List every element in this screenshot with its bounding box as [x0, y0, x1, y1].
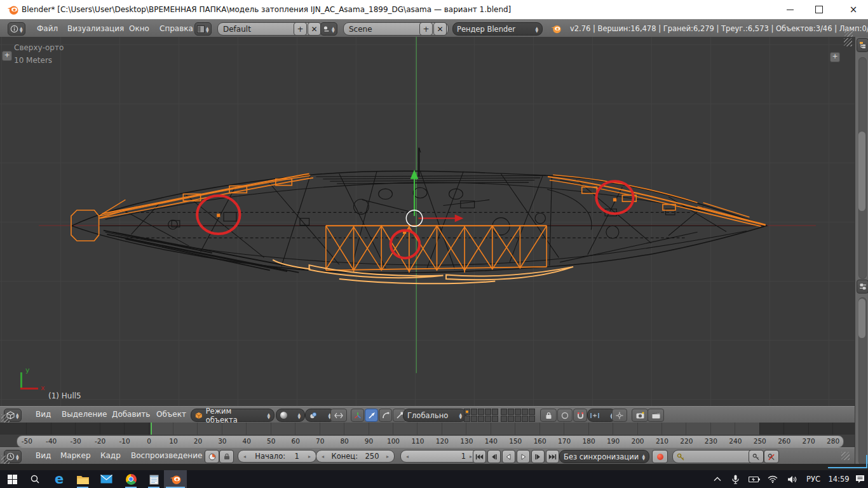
- layer-toggle[interactable]: [501, 416, 507, 422]
- next-keyframe-button[interactable]: [531, 450, 545, 463]
- jump-to-start-button[interactable]: [473, 450, 486, 463]
- translate-manipulator-button[interactable]: [365, 409, 378, 422]
- keying-set-field[interactable]: [672, 450, 756, 463]
- delete-keyframe-button[interactable]: [764, 450, 779, 463]
- taskbar-search-button[interactable]: [25, 470, 44, 488]
- layer-toggle[interactable]: [501, 409, 507, 415]
- properties-expand-button[interactable]: +: [830, 52, 840, 62]
- snap-toggle-button[interactable]: [573, 409, 587, 422]
- screen-layout-field[interactable]: Default + ✕: [217, 22, 323, 36]
- jump-to-end-button[interactable]: [546, 450, 559, 463]
- layer-toggle[interactable]: [522, 416, 528, 422]
- close-button[interactable]: ×: [839, 0, 868, 19]
- layer-toggle[interactable]: [508, 416, 514, 422]
- tray-microphone-button[interactable]: [727, 470, 743, 488]
- play-reverse-button[interactable]: [502, 450, 515, 463]
- outliner-scrollbar-thumb[interactable]: [858, 132, 865, 211]
- layer-toggle[interactable]: [492, 409, 498, 415]
- tray-expand-button[interactable]: [709, 470, 726, 488]
- tray-wifi-button[interactable]: [764, 470, 782, 488]
- layer-toggle[interactable]: [485, 416, 491, 422]
- menu-file[interactable]: Файл: [37, 24, 58, 33]
- tray-language-button[interactable]: РУС: [802, 470, 825, 488]
- mode-dropdown[interactable]: Режим объекта ▲▼: [191, 409, 275, 422]
- viewport-header-grip[interactable]: [1, 414, 10, 423]
- screen-layout-icon-button[interactable]: ▲▼: [194, 22, 212, 36]
- properties-editor-icon[interactable]: [857, 280, 868, 294]
- toolshelf-expand-button[interactable]: +: [2, 51, 12, 61]
- render-animation-button[interactable]: [648, 409, 664, 422]
- snap-target-button[interactable]: [612, 409, 627, 422]
- current-frame-field[interactable]: ◂ 1 ▸: [400, 450, 478, 463]
- menu-tl-frame[interactable]: Кадр: [100, 451, 121, 460]
- render-still-button[interactable]: [632, 409, 648, 422]
- transform-orientation-dropdown[interactable]: Глобально ▲▼: [403, 409, 466, 422]
- rotate-manipulator-button[interactable]: [379, 409, 392, 422]
- current-frame-cursor[interactable]: [151, 423, 152, 435]
- outliner-editor-icon[interactable]: [857, 38, 868, 52]
- delete-layout-button[interactable]: ✕: [308, 22, 321, 36]
- manipulator-toggle-button[interactable]: [330, 409, 347, 422]
- timeline-ruler-ticks[interactable]: -50-40-30-20-100102030405060708090100110…: [17, 435, 844, 448]
- layers-group-2[interactable]: [501, 409, 535, 422]
- tray-clock[interactable]: 14:59: [825, 470, 853, 488]
- taskbar-edge-button[interactable]: e: [50, 470, 69, 488]
- add-layout-button[interactable]: +: [294, 22, 307, 36]
- frame-end-field[interactable]: ◂ Конец: 250 ▸: [316, 450, 395, 463]
- manipulator-x-arrow[interactable]: [455, 215, 464, 222]
- manipulator-axes-button[interactable]: [351, 409, 364, 422]
- increment-arrow-icon[interactable]: ▸: [470, 454, 472, 459]
- timeline-header-grip[interactable]: [1, 456, 10, 464]
- layer-toggle[interactable]: [529, 416, 535, 422]
- editor-type-selector-info[interactable]: ▲▼: [8, 22, 25, 36]
- menu-help[interactable]: Справка: [159, 24, 193, 33]
- layer-toggle[interactable]: [515, 409, 521, 415]
- proportional-edit-button[interactable]: [557, 409, 573, 422]
- menu-tl-view[interactable]: Вид: [36, 451, 51, 460]
- header-corner-grip[interactable]: [844, 29, 853, 37]
- layer-toggle[interactable]: [485, 409, 491, 415]
- action-center-button[interactable]: [851, 470, 868, 488]
- scene-lock-button[interactable]: [540, 409, 557, 422]
- decrement-arrow-icon[interactable]: ◂: [322, 454, 324, 459]
- decrement-arrow-icon[interactable]: ◂: [406, 454, 409, 459]
- layers-group-1[interactable]: [464, 409, 498, 422]
- taskbar-blender-button[interactable]: [164, 470, 187, 488]
- menu-select[interactable]: Выделение: [62, 410, 107, 419]
- menu-view[interactable]: Вид: [36, 410, 51, 419]
- taskbar-chrome-button[interactable]: [121, 470, 140, 488]
- taskbar-mail-button[interactable]: [97, 470, 116, 488]
- layer-toggle[interactable]: [471, 416, 477, 422]
- tray-battery-button[interactable]: [745, 470, 764, 488]
- delete-scene-button[interactable]: ✕: [433, 22, 447, 36]
- viewport-corner-grip[interactable]: [844, 38, 852, 46]
- scene-icon-button[interactable]: ▲▼: [320, 22, 337, 36]
- add-scene-button[interactable]: +: [419, 22, 433, 36]
- start-button[interactable]: [3, 470, 22, 488]
- layer-toggle[interactable]: [529, 409, 535, 415]
- taskbar-explorer-button[interactable]: [73, 470, 92, 488]
- frame-start-field[interactable]: ◂ Начало: 1 ▸: [238, 450, 316, 463]
- auto-keyframe-button[interactable]: [652, 450, 668, 463]
- menu-add[interactable]: Добавить: [112, 410, 150, 419]
- increment-arrow-icon[interactable]: ▸: [308, 454, 311, 459]
- scene-field[interactable]: Scene + ✕: [343, 22, 449, 36]
- menu-tl-playback[interactable]: Воспроизведение: [131, 451, 202, 460]
- play-button[interactable]: [517, 450, 530, 463]
- properties-scrollbar-thumb[interactable]: [858, 299, 865, 338]
- viewport-canvas[interactable]: Сверху-орто 10 Meters + + y x (1) Hull5: [0, 37, 855, 406]
- viewport-shading-dropdown[interactable]: ▲▼: [276, 409, 305, 422]
- maximize-button[interactable]: [804, 0, 834, 19]
- taskbar-notepad-button[interactable]: [144, 470, 163, 488]
- timeline-canvas[interactable]: [0, 423, 855, 435]
- layer-toggle[interactable]: [478, 409, 484, 415]
- insert-keyframe-button[interactable]: [749, 450, 764, 463]
- layer-toggle[interactable]: [478, 416, 484, 422]
- layer-toggle[interactable]: [492, 416, 498, 422]
- menu-object[interactable]: Объект: [156, 410, 186, 419]
- render-engine-dropdown[interactable]: Рендер Blender ▲▼: [452, 22, 543, 36]
- increment-arrow-icon[interactable]: ▸: [386, 454, 389, 459]
- layer-toggle[interactable]: [508, 409, 514, 415]
- menu-render[interactable]: Визуализация: [67, 24, 124, 33]
- layer-toggle[interactable]: [464, 409, 470, 415]
